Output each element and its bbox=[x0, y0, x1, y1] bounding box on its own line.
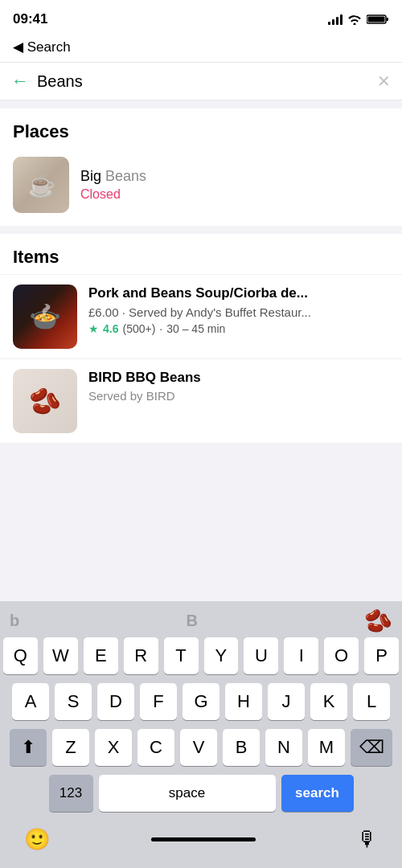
key-search[interactable]: search bbox=[281, 775, 354, 812]
food-info-bbq: BIRD BBQ Beans Served by BIRD bbox=[88, 369, 389, 403]
key-f[interactable]: F bbox=[140, 683, 177, 720]
food-rating: 4.6 bbox=[103, 322, 118, 335]
key-w[interactable]: W bbox=[43, 637, 78, 674]
keyboard: b B 🫘 Q W E R T Y U I O P A S D F G H J bbox=[0, 601, 402, 868]
key-x[interactable]: X bbox=[95, 729, 132, 766]
items-section-title: Items bbox=[0, 234, 402, 274]
place-name: Big Beans bbox=[80, 168, 146, 185]
search-nav: ◀ Search bbox=[0, 35, 402, 63]
keyboard-suggestion-left: b bbox=[10, 612, 21, 630]
food-time: 30 – 45 min bbox=[166, 322, 225, 335]
places-section: Places Big Beans Closed bbox=[0, 108, 402, 226]
battery-icon bbox=[367, 14, 389, 25]
food-reviews: (500+) bbox=[122, 322, 155, 335]
key-y[interactable]: Y bbox=[204, 637, 239, 674]
key-q[interactable]: Q bbox=[3, 637, 38, 674]
place-thumbnail bbox=[13, 157, 69, 213]
food-thumbnail-bbq bbox=[13, 369, 77, 433]
key-numbers[interactable]: 123 bbox=[49, 775, 93, 812]
key-a[interactable]: A bbox=[12, 683, 49, 720]
status-time: 09:41 bbox=[13, 11, 47, 27]
keyboard-suggestion-row: b B 🫘 bbox=[0, 601, 402, 637]
key-shift[interactable]: ⬆ bbox=[10, 729, 47, 766]
place-thumbnail-image bbox=[13, 157, 69, 213]
key-n[interactable]: N bbox=[265, 729, 302, 766]
keyboard-bottom-bar: 🙂 🎙 bbox=[0, 821, 402, 868]
wifi-icon bbox=[347, 14, 362, 25]
food-thumbnail-bbq-image bbox=[13, 369, 77, 433]
key-z[interactable]: Z bbox=[52, 729, 89, 766]
key-g[interactable]: G bbox=[183, 683, 219, 720]
home-indicator bbox=[151, 837, 256, 841]
key-k[interactable]: K bbox=[310, 683, 347, 720]
place-info: Big Beans Closed bbox=[80, 168, 146, 202]
items-section: Items Pork and Beans Soup/Ciorba de... £… bbox=[0, 234, 402, 443]
food-thumbnail-soup-image bbox=[13, 285, 77, 349]
key-t[interactable]: T bbox=[164, 637, 199, 674]
status-icons bbox=[328, 14, 389, 25]
key-r[interactable]: R bbox=[124, 637, 158, 674]
place-name-part2: Beans bbox=[105, 168, 146, 184]
key-v[interactable]: V bbox=[180, 729, 217, 766]
key-c[interactable]: C bbox=[137, 729, 174, 766]
star-icon: ★ bbox=[88, 322, 99, 335]
place-name-part1: Big bbox=[80, 168, 101, 184]
search-bar-row: ← ✕ bbox=[0, 63, 402, 100]
food-served-bbq: Served by BIRD bbox=[88, 389, 389, 403]
key-p[interactable]: P bbox=[364, 637, 399, 674]
food-meta-soup: ★ 4.6 (500+) · 30 – 45 min bbox=[88, 322, 389, 335]
keyboard-row-1: Q W E R T Y U I O P bbox=[3, 637, 399, 674]
keyboard-row-3: ⬆ Z X C V B N M ⌫ bbox=[3, 729, 399, 766]
back-arrow-btn[interactable]: ← bbox=[11, 71, 29, 92]
place-item-big-beans[interactable]: Big Beans Closed bbox=[0, 149, 402, 226]
keyboard-row-2: A S D F G H J K L bbox=[3, 683, 399, 720]
key-h[interactable]: H bbox=[225, 683, 262, 720]
key-i[interactable]: I bbox=[284, 637, 318, 674]
food-item-bird-bbq[interactable]: BIRD BBQ Beans Served by BIRD bbox=[0, 358, 402, 443]
clear-search-btn[interactable]: ✕ bbox=[377, 72, 391, 91]
place-status: Closed bbox=[80, 187, 146, 202]
key-b[interactable]: B bbox=[223, 729, 260, 766]
key-space[interactable]: space bbox=[99, 775, 276, 812]
signal-icon bbox=[328, 14, 343, 25]
microphone-icon[interactable]: 🎙 bbox=[357, 827, 378, 852]
key-backspace[interactable]: ⌫ bbox=[351, 729, 392, 766]
search-input[interactable] bbox=[37, 72, 369, 91]
food-price-soup: £6.00 · Served by Andy's Buffet Restaur.… bbox=[88, 305, 389, 319]
food-thumbnail-soup bbox=[13, 285, 77, 349]
status-bar: 09:41 bbox=[0, 0, 402, 35]
key-s[interactable]: S bbox=[55, 683, 92, 720]
emoji-icon[interactable]: 🙂 bbox=[24, 827, 50, 852]
food-item-pork-soup[interactable]: Pork and Beans Soup/Ciorba de... £6.00 ·… bbox=[0, 274, 402, 358]
svg-rect-2 bbox=[368, 17, 385, 23]
food-name-soup: Pork and Beans Soup/Ciorba de... bbox=[88, 285, 389, 302]
key-u[interactable]: U bbox=[244, 637, 278, 674]
beans-emoji: 🫘 bbox=[364, 608, 392, 634]
nav-search-label[interactable]: ◀ Search bbox=[13, 39, 71, 55]
key-l[interactable]: L bbox=[353, 683, 390, 720]
food-name-bbq: BIRD BBQ Beans bbox=[88, 369, 389, 387]
svg-rect-1 bbox=[387, 18, 389, 21]
key-j[interactable]: J bbox=[268, 683, 305, 720]
keyboard-rows: Q W E R T Y U I O P A S D F G H J K L ⬆ … bbox=[0, 637, 402, 812]
places-section-title: Places bbox=[0, 108, 402, 149]
key-o[interactable]: O bbox=[324, 637, 359, 674]
key-e[interactable]: E bbox=[84, 637, 118, 674]
keyboard-suggestion-mid: B bbox=[186, 612, 199, 630]
key-m[interactable]: M bbox=[308, 729, 345, 766]
food-info-soup: Pork and Beans Soup/Ciorba de... £6.00 ·… bbox=[88, 285, 389, 335]
keyboard-row-4: 123 space search bbox=[3, 775, 399, 812]
key-d[interactable]: D bbox=[97, 683, 134, 720]
